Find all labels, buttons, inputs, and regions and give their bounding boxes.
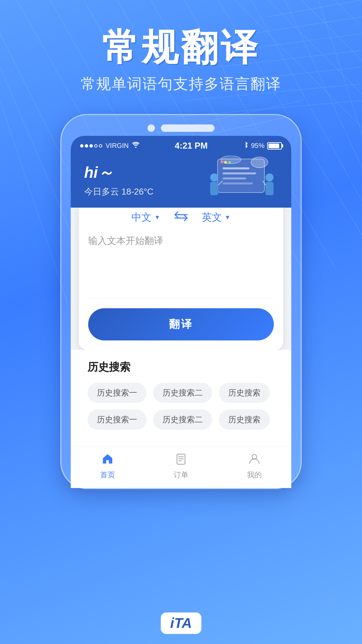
source-lang-arrow-icon: ▼ [154, 214, 160, 221]
svg-rect-27 [223, 167, 249, 169]
header-illustration [197, 156, 285, 203]
home-icon [102, 453, 114, 468]
translation-card: 中文 ▼ 英文 ▼ 输入文本开 [79, 201, 283, 350]
history-tag[interactable]: 历史搜索二 [153, 410, 212, 430]
nav-profile-label: 我的 [247, 470, 262, 480]
history-title: 历史搜索 [87, 360, 275, 375]
phone-mockup: VIRGIN 4:21 PM 95% [0, 114, 362, 489]
target-lang-label: 英文 [202, 211, 222, 224]
swap-lang-btn[interactable] [174, 210, 188, 224]
signal-dot-3 [89, 144, 93, 148]
svg-rect-30 [223, 182, 253, 184]
target-lang-arrow-icon: ▼ [225, 214, 231, 221]
signal-dot-1 [80, 144, 83, 148]
history-row-2: 历史搜索一 历史搜索二 历史搜索 [87, 410, 275, 430]
history-tag[interactable]: 历史搜索 [219, 383, 270, 403]
svg-rect-28 [223, 172, 256, 174]
svg-rect-37 [210, 182, 218, 195]
signal-dot-5 [99, 144, 102, 148]
history-tag[interactable]: 历史搜索一 [87, 383, 146, 403]
history-row-1: 历史搜索一 历史搜索二 历史搜索 [87, 383, 275, 403]
svg-rect-29 [223, 177, 246, 179]
status-bar: VIRGIN 4:21 PM 95% [71, 136, 291, 156]
nav-home-label: 首页 [100, 470, 115, 480]
target-lang-btn[interactable]: 英文 ▼ [202, 211, 231, 224]
orders-icon [175, 453, 187, 468]
svg-point-35 [221, 156, 241, 164]
phone-speaker [161, 124, 215, 132]
wifi-icon [132, 142, 139, 150]
signal-dot-2 [85, 144, 88, 148]
phone-top-bar [71, 124, 291, 132]
text-input-area[interactable]: 输入文本开始翻译 [88, 231, 274, 298]
signal-dots [80, 144, 102, 148]
signal-dot-4 [94, 144, 98, 148]
nav-item-orders[interactable]: 订单 [174, 453, 188, 480]
source-lang-btn[interactable]: 中文 ▼ [131, 211, 160, 224]
svg-point-36 [210, 173, 218, 181]
carrier-text: VIRGIN [106, 142, 129, 150]
phone-camera [147, 124, 155, 132]
nav-orders-label: 订单 [174, 470, 188, 480]
main-title: 常规翻译 [0, 27, 362, 67]
status-left: VIRGIN [80, 142, 139, 150]
history-section: 历史搜索 历史搜索一 历史搜索二 历史搜索 历史搜索一 历史搜索二 历史搜索 [71, 350, 291, 446]
bluetooth-icon [243, 141, 248, 150]
battery-box [267, 142, 282, 150]
lang-selector: 中文 ▼ 英文 ▼ [88, 210, 274, 224]
history-tag[interactable]: 历史搜索二 [153, 383, 212, 403]
bottom-nav: 首页 订单 [71, 446, 291, 488]
app-logo: iTA [161, 612, 201, 634]
phone-outer: VIRGIN 4:21 PM 95% [60, 114, 302, 489]
profile-icon [248, 453, 260, 468]
svg-point-46 [252, 454, 257, 459]
status-time: 4:21 PM [175, 141, 207, 151]
battery-percent: 95% [251, 142, 264, 150]
sub-title: 常规单词语句支持多语言翻译 [0, 74, 362, 94]
svg-rect-40 [265, 182, 274, 195]
source-lang-label: 中文 [131, 211, 152, 224]
svg-point-39 [265, 173, 274, 181]
history-tag[interactable]: 历史搜索一 [87, 410, 146, 430]
nav-item-profile[interactable]: 我的 [247, 453, 262, 480]
nav-item-home[interactable]: 首页 [100, 453, 115, 480]
svg-point-34 [251, 157, 268, 168]
input-placeholder: 输入文本开始翻译 [88, 231, 274, 251]
top-section: 常规翻译 常规单词语句支持多语言翻译 [0, 0, 362, 94]
history-tag[interactable]: 历史搜索 [219, 410, 270, 430]
status-right: 95% [243, 141, 282, 150]
battery-fill [268, 144, 279, 148]
translate-button[interactable]: 翻译 [88, 308, 274, 340]
phone-screen: VIRGIN 4:21 PM 95% [71, 136, 291, 488]
app-header: hi～ 今日多云 18-26°C [71, 156, 291, 208]
